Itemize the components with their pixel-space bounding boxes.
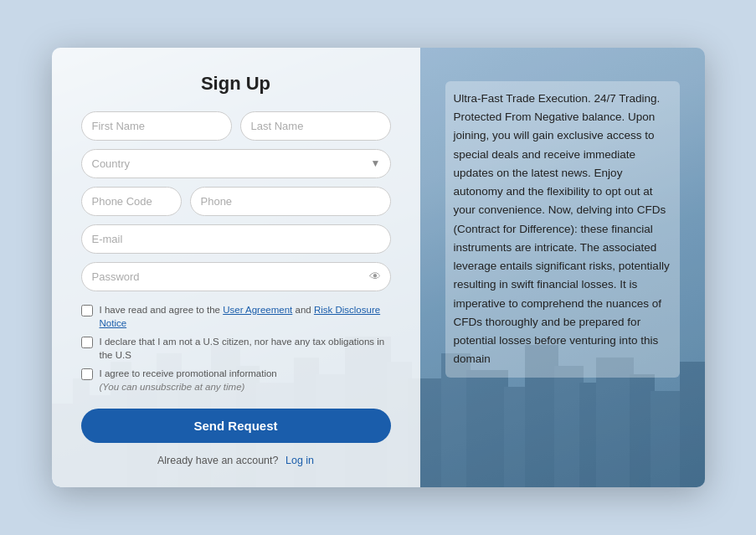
modal-container: Sign Up Country United States United Kin… <box>52 48 705 488</box>
login-row: Already have an account? Log in <box>81 455 391 466</box>
info-panel: Ultra-Fast Trade Execution. 24/7 Trading… <box>420 48 705 488</box>
country-select[interactable]: Country United States United Kingdom Can… <box>81 149 391 178</box>
user-agreement-link[interactable]: User Agreement <box>223 305 292 315</box>
page-title: Sign Up <box>81 73 391 95</box>
password-input[interactable] <box>81 262 391 291</box>
agreement-checkbox[interactable] <box>81 305 93 316</box>
already-account-text: Already have an account? <box>157 455 279 466</box>
citizen-checkbox[interactable] <box>81 337 93 348</box>
first-name-input[interactable] <box>81 111 232 141</box>
email-row <box>81 224 391 254</box>
login-link[interactable]: Log in <box>285 455 314 466</box>
phone-row <box>81 187 391 216</box>
citizen-label: I declare that I am not a U.S citizen, n… <box>100 335 391 362</box>
phone-input[interactable] <box>190 187 391 216</box>
email-input[interactable] <box>81 224 391 254</box>
country-select-wrapper: Country United States United Kingdom Can… <box>81 149 391 178</box>
phone-code-input[interactable] <box>81 187 182 216</box>
promo-checkbox[interactable] <box>81 368 93 380</box>
checkbox-promo-group: I agree to receive promotional informati… <box>81 367 391 394</box>
info-description: Ultra-Fast Trade Execution. 24/7 Trading… <box>445 81 680 378</box>
send-request-button[interactable]: Send Request <box>81 409 391 443</box>
promo-label: I agree to receive promotional informati… <box>100 367 277 394</box>
password-wrapper: 👁 <box>81 262 391 291</box>
modal-content: Sign Up Country United States United Kin… <box>52 48 705 488</box>
agreement-label: I have read and agree to the User Agreem… <box>100 303 391 330</box>
name-row <box>81 111 391 141</box>
checkbox-citizen-group: I declare that I am not a U.S citizen, n… <box>81 335 391 362</box>
checkbox-agreement-group: I have read and agree to the User Agreem… <box>81 303 391 330</box>
show-password-icon[interactable]: 👁 <box>369 270 381 283</box>
last-name-input[interactable] <box>240 111 391 141</box>
form-panel: Sign Up Country United States United Kin… <box>52 48 420 488</box>
